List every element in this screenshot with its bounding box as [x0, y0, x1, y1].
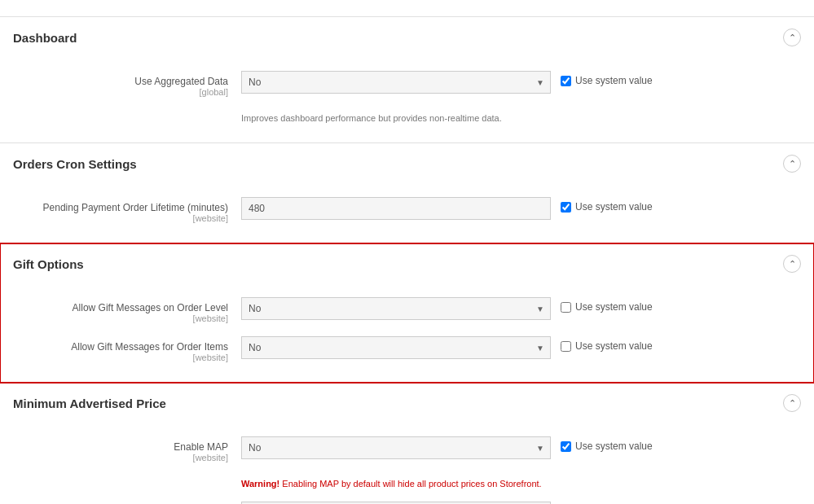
section-body-gift-options: Allow Gift Messages on Order Level[websi…	[0, 284, 814, 382]
select-wrapper-allow-gift-messages-order-level: NoYes▼	[241, 297, 551, 320]
field-row-allow-gift-messages-order-level: Allow Gift Messages on Order Level[websi…	[0, 291, 814, 330]
field-scope-pending-payment-order-lifetime: [website]	[13, 213, 228, 223]
use-system-value-label-allow-gift-messages-order-items: Use system value	[575, 340, 653, 352]
use-system-value-checkbox-enable-map[interactable]	[561, 441, 571, 452]
use-system-value-label-allow-gift-messages-order-level: Use system value	[575, 301, 653, 313]
select-use-aggregated-data[interactable]: NoYes	[241, 71, 551, 94]
section-toggle-dashboard[interactable]: ⌃	[783, 28, 801, 46]
use-system-value-enable-map: Use system value	[561, 436, 653, 452]
field-scope-allow-gift-messages-order-items: [website]	[13, 353, 228, 362]
field-control-enable-map: NoYes▼Use system value	[241, 436, 801, 459]
field-row-pending-payment-order-lifetime: Pending Payment Order Lifetime (minutes)…	[0, 191, 814, 230]
select-wrapper-allow-gift-messages-order-items: NoYes▼	[241, 336, 551, 359]
field-row-use-aggregated-data: Use Aggregated Data[global]NoYes▼Use sys…	[0, 64, 814, 103]
select-wrapper-enable-map: NoYes▼	[241, 436, 551, 459]
select-allow-gift-messages-order-level[interactable]: NoYes	[241, 297, 551, 320]
section-toggle-orders-cron-settings[interactable]: ⌃	[783, 155, 801, 173]
field-row-enable-map: Enable MAP[website]NoYes▼Use system valu…	[0, 430, 814, 469]
field-label-use-aggregated-data: Use Aggregated Data[global]	[13, 71, 241, 97]
field-label-pending-payment-order-lifetime: Pending Payment Order Lifetime (minutes)…	[13, 197, 241, 223]
section-title-orders-cron-settings: Orders Cron Settings	[13, 157, 137, 171]
field-row-allow-gift-messages-order-items: Allow Gift Messages for Order Items[webs…	[0, 330, 814, 369]
field-note-row-use-aggregated-data: Improves dashboard performance but provi…	[0, 103, 814, 129]
use-system-value-checkbox-pending-payment-order-lifetime[interactable]	[561, 202, 571, 213]
section-title-dashboard: Dashboard	[13, 31, 77, 45]
section-minimum-advertised-price: Minimum Advertised Price⌃Enable MAP[webs…	[0, 383, 814, 504]
field-label-enable-map: Enable MAP[website]	[13, 436, 241, 462]
field-label-allow-gift-messages-order-items: Allow Gift Messages for Order Items[webs…	[13, 336, 241, 362]
use-system-value-allow-gift-messages-order-level: Use system value	[561, 297, 653, 313]
field-note-row-enable-map: Warning! Enabling MAP by default will hi…	[0, 469, 814, 495]
field-control-allow-gift-messages-order-items: NoYes▼Use system value	[241, 336, 801, 359]
field-row-display-actual-price: Display Actual Price[website]On GestureI…	[0, 495, 814, 504]
section-orders-cron-settings: Orders Cron Settings⌃Pending Payment Ord…	[0, 143, 814, 243]
section-title-gift-options: Gift Options	[13, 257, 84, 271]
sections-container: Dashboard⌃Use Aggregated Data[global]NoY…	[0, 17, 814, 504]
use-system-value-allow-gift-messages-order-items: Use system value	[561, 336, 653, 352]
warning-label-enable-map: Warning!	[241, 479, 282, 489]
use-system-value-label-enable-map: Use system value	[575, 440, 653, 452]
section-toggle-minimum-advertised-price[interactable]: ⌃	[783, 394, 801, 412]
use-system-value-label-pending-payment-order-lifetime: Use system value	[575, 201, 653, 213]
section-body-dashboard: Use Aggregated Data[global]NoYes▼Use sys…	[0, 58, 814, 142]
use-system-value-checkbox-allow-gift-messages-order-items[interactable]	[561, 341, 571, 352]
field-note-enable-map: Warning! Enabling MAP by default will hi…	[241, 479, 542, 489]
page-container: Dashboard⌃Use Aggregated Data[global]NoY…	[0, 0, 814, 504]
section-title-minimum-advertised-price: Minimum Advertised Price	[13, 397, 166, 410]
section-gift-options: Gift Options⌃Allow Gift Messages on Orde…	[0, 243, 814, 383]
field-scope-allow-gift-messages-order-level: [website]	[13, 313, 228, 323]
use-system-value-pending-payment-order-lifetime: Use system value	[561, 197, 653, 213]
select-allow-gift-messages-order-items[interactable]: NoYes	[241, 336, 551, 359]
section-header-minimum-advertised-price[interactable]: Minimum Advertised Price⌃	[0, 383, 814, 423]
section-header-gift-options[interactable]: Gift Options⌃	[0, 243, 814, 284]
field-note-use-aggregated-data: Improves dashboard performance but provi…	[241, 113, 502, 123]
select-wrapper-use-aggregated-data: NoYes▼	[241, 71, 551, 94]
input-pending-payment-order-lifetime[interactable]	[241, 197, 551, 220]
section-body-orders-cron-settings: Pending Payment Order Lifetime (minutes)…	[0, 184, 814, 243]
field-control-pending-payment-order-lifetime: Use system value	[241, 197, 801, 220]
field-control-use-aggregated-data: NoYes▼Use system value	[241, 71, 801, 94]
section-dashboard: Dashboard⌃Use Aggregated Data[global]NoY…	[0, 17, 814, 143]
section-header-dashboard[interactable]: Dashboard⌃	[0, 17, 814, 58]
top-note	[0, 0, 814, 17]
use-system-value-checkbox-allow-gift-messages-order-level[interactable]	[561, 302, 571, 313]
section-header-orders-cron-settings[interactable]: Orders Cron Settings⌃	[0, 143, 814, 184]
select-enable-map[interactable]: NoYes	[241, 436, 551, 459]
field-scope-enable-map: [website]	[13, 453, 228, 462]
use-system-value-checkbox-use-aggregated-data[interactable]	[561, 76, 571, 86]
section-body-minimum-advertised-price: Enable MAP[website]NoYes▼Use system valu…	[0, 423, 814, 504]
field-control-allow-gift-messages-order-level: NoYes▼Use system value	[241, 297, 801, 320]
field-scope-use-aggregated-data: [global]	[13, 87, 228, 97]
section-toggle-gift-options[interactable]: ⌃	[783, 255, 801, 273]
use-system-value-label-use-aggregated-data: Use system value	[575, 75, 653, 86]
field-label-allow-gift-messages-order-level: Allow Gift Messages on Order Level[websi…	[13, 297, 241, 323]
use-system-value-use-aggregated-data: Use system value	[561, 71, 653, 86]
